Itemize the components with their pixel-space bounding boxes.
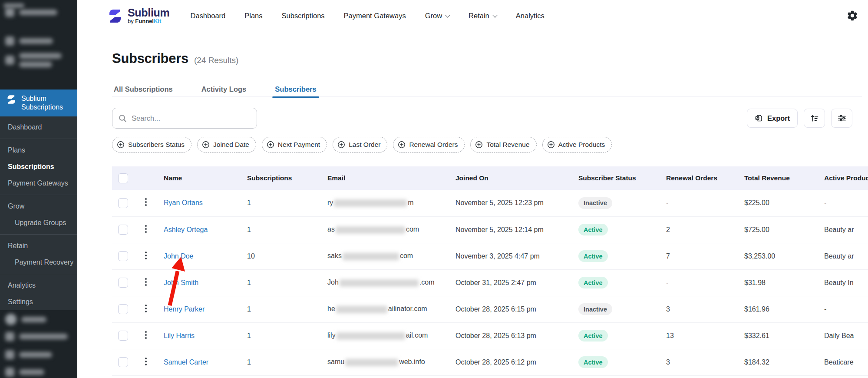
redacted-email-blur	[340, 279, 419, 287]
name-cell: John Smith	[164, 269, 247, 296]
sidebar-item-sublium-subscriptions[interactable]: Sublium Subscriptions	[0, 90, 77, 116]
col-header-subscriber-status: Subscriber Status	[578, 166, 666, 190]
filter-settings-button[interactable]	[831, 109, 852, 128]
sidebar-item-payment-recovery[interactable]: Payment Recovery	[0, 254, 77, 271]
kebab-menu-icon[interactable]	[145, 198, 147, 206]
email-cell: samuweb.info	[327, 349, 455, 375]
subscriber-name-link[interactable]: Lily Harris	[164, 332, 195, 339]
status-badge: Active	[578, 356, 608, 368]
subscriber-email: Joh.com	[327, 279, 434, 286]
table-row: Samuel Carter1samuweb.infoOctober 28, 20…	[112, 349, 868, 375]
filter-chip-joined-date[interactable]: Joined Date	[197, 137, 256, 153]
kebab-menu-icon[interactable]	[145, 252, 147, 259]
sidebar-submenu: DashboardPlansSubscriptionsPayment Gatew…	[0, 116, 77, 310]
sidebar-item-payment-gateways[interactable]: Payment Gateways	[0, 175, 77, 192]
row-select-cell	[112, 190, 144, 216]
topnav-item-plans[interactable]: Plans	[244, 12, 262, 20]
row-checkbox[interactable]	[118, 278, 128, 288]
topnav-item-subscriptions[interactable]: Subscriptions	[282, 12, 325, 20]
table-row: John Doe10sakscomNovember 3, 2025 4:47 p…	[112, 243, 868, 269]
plus-circle-icon	[117, 141, 125, 149]
topnav-item-analytics[interactable]: Analytics	[516, 12, 545, 20]
subscriber-name-link[interactable]: John Doe	[164, 252, 194, 260]
status-cell: Active	[578, 269, 666, 296]
topnav-item-retain[interactable]: Retain	[469, 12, 497, 20]
sidebar-item-retain[interactable]: Retain	[0, 238, 77, 254]
row-select-cell	[112, 243, 144, 269]
active-products-cell: Beauty In	[824, 269, 868, 296]
subscriptions-cell: 1	[247, 322, 327, 349]
email-cell: rym	[327, 190, 455, 216]
filter-chip-renewal-orders[interactable]: Renewal Orders	[393, 137, 465, 153]
gear-icon[interactable]	[846, 10, 858, 22]
active-products-cell: -	[824, 296, 868, 322]
name-cell: Samuel Carter	[164, 349, 247, 375]
topnav-item-payment-gateways[interactable]: Payment Gateways	[344, 12, 406, 20]
row-checkbox[interactable]	[118, 198, 128, 208]
row-checkbox[interactable]	[118, 331, 128, 341]
sort-icon	[810, 113, 819, 123]
filter-chip-last-order[interactable]: Last Order	[333, 137, 387, 153]
row-checkbox[interactable]	[118, 225, 128, 235]
kebab-menu-icon[interactable]	[145, 278, 147, 286]
row-checkbox[interactable]	[118, 304, 128, 314]
total-revenue-cell: $3,253.00	[744, 243, 824, 269]
subscriptions-cell: 1	[247, 296, 327, 322]
joined-on-cell: October 28, 2025 6:15 pm	[455, 296, 578, 322]
row-checkbox[interactable]	[118, 357, 128, 367]
sidebar-item-settings[interactable]: Settings	[0, 294, 77, 310]
renewal-orders-cell: 2	[666, 216, 744, 243]
tab-all-subscriptions[interactable]: All Subscriptions	[112, 85, 175, 97]
chip-label: Renewal Orders	[409, 141, 458, 149]
subscribers-table-body: Ryan Ortans1rymNovember 5, 2025 12:23 pm…	[112, 190, 868, 375]
subscriber-name-link[interactable]: Henry Parker	[164, 305, 205, 313]
joined-on-cell: November 5, 2025 12:23 pm	[455, 190, 578, 216]
status-cell: Active	[578, 349, 666, 375]
select-all-checkbox[interactable]	[118, 173, 128, 183]
subscriber-email: heailinator.com	[327, 305, 427, 312]
kebab-menu-icon[interactable]	[145, 358, 147, 365]
tab-activity-logs[interactable]: Activity Logs	[200, 85, 248, 97]
kebab-menu-icon[interactable]	[145, 331, 147, 339]
joined-on-cell: October 28, 2025 6:13 pm	[455, 322, 578, 349]
kebab-menu-icon[interactable]	[145, 305, 147, 312]
sidebar-active-label: Sublium Subscriptions	[21, 94, 73, 112]
renewal-orders-cell: 13	[666, 322, 744, 349]
sidebar-item-dashboard[interactable]: Dashboard	[0, 119, 77, 136]
filter-chip-active-products[interactable]: Active Products	[542, 137, 612, 153]
sidebar-item-plans[interactable]: Plans	[0, 142, 77, 159]
subscriber-name-link[interactable]: Ashley Ortega	[164, 226, 208, 233]
search-icon	[119, 114, 127, 123]
blurred-menu-item	[5, 53, 62, 67]
sidebar-item-upgrade-groups[interactable]: Upgrade Groups	[0, 215, 77, 231]
subscriber-name-link[interactable]: John Smith	[164, 279, 198, 286]
renewal-orders-cell: -	[666, 269, 744, 296]
filter-chip-total-revenue[interactable]: Total Revenue	[470, 137, 536, 153]
export-button[interactable]: Export	[747, 109, 798, 128]
topnav-item-dashboard[interactable]: Dashboard	[191, 12, 226, 20]
subscriber-email: rym	[327, 199, 414, 206]
joined-on-cell: November 3, 2025 4:47 pm	[455, 243, 578, 269]
plus-circle-icon	[267, 141, 274, 149]
topnav-item-grow[interactable]: Grow	[425, 12, 449, 20]
filter-chip-next-payment[interactable]: Next Payment	[262, 137, 327, 153]
kebab-menu-icon[interactable]	[145, 225, 147, 233]
sort-button[interactable]	[804, 109, 825, 128]
total-revenue-cell: $161.96	[744, 296, 824, 322]
status-badge: Active	[578, 277, 608, 288]
sliders-icon	[837, 113, 847, 123]
sidebar-item-grow[interactable]: Grow	[0, 198, 77, 215]
row-checkbox[interactable]	[118, 251, 128, 261]
filter-chip-subscribers-status[interactable]: Subscribers Status	[112, 137, 191, 153]
sidebar-item-analytics[interactable]: Analytics	[0, 277, 77, 294]
blurred-menu-item	[5, 368, 44, 377]
search-input[interactable]	[132, 114, 251, 123]
subscriber-name-link[interactable]: Samuel Carter	[164, 358, 208, 366]
sidebar-item-subscriptions[interactable]: Subscriptions	[0, 159, 77, 175]
subscriber-name-link[interactable]: Ryan Ortans	[164, 199, 203, 206]
status-cell: Inactive	[578, 190, 666, 216]
app: Sublium Subscriptions DashboardPlansSubs…	[0, 0, 868, 378]
sublium-logo-icon	[6, 94, 17, 105]
col-header-actions	[144, 166, 164, 190]
tab-subscribers[interactable]: Subscribers	[273, 85, 318, 97]
